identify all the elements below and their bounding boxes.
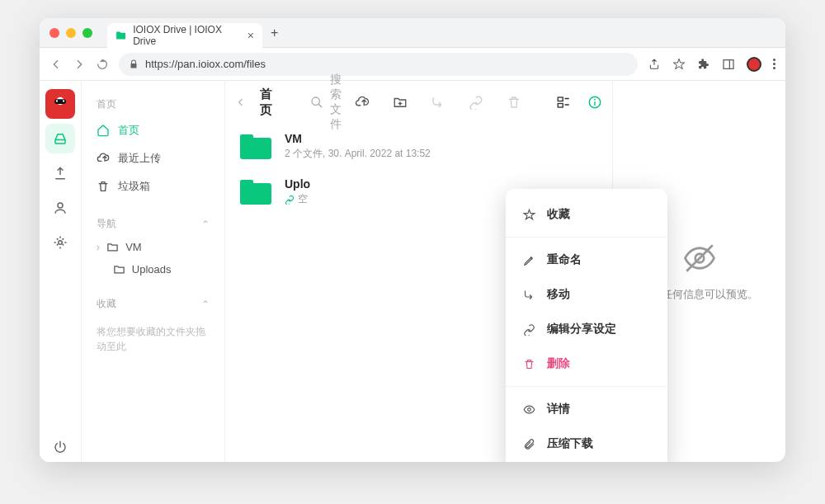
rail-upload-button[interactable] bbox=[45, 158, 75, 188]
tab-title: IOIOX Drive | IOIOX Drive bbox=[133, 24, 241, 47]
profile-avatar[interactable] bbox=[747, 57, 761, 72]
file-subtitle: 空 bbox=[285, 192, 310, 206]
link-button bbox=[469, 95, 483, 110]
svg-point-7 bbox=[58, 203, 63, 208]
star-icon bbox=[522, 209, 535, 221]
chevron-down-icon: ⌃ bbox=[201, 219, 210, 230]
file-name: Uplo bbox=[285, 177, 310, 191]
window-maximize-button[interactable] bbox=[82, 28, 92, 38]
nav-reload-button[interactable] bbox=[96, 58, 109, 71]
ctx-rename[interactable]: 重命名 bbox=[506, 243, 667, 277]
address-bar[interactable]: https://pan.ioiox.com/files bbox=[119, 53, 638, 76]
extensions-icon[interactable] bbox=[697, 58, 710, 71]
info-panel-button[interactable] bbox=[587, 95, 602, 110]
search-placeholder: 搜索文件 bbox=[330, 73, 342, 132]
svg-point-19 bbox=[594, 99, 596, 101]
new-tab-button[interactable]: + bbox=[271, 26, 278, 40]
share-icon[interactable] bbox=[648, 58, 661, 71]
folder-icon bbox=[106, 241, 119, 253]
ctx-zip[interactable]: 压缩下载 bbox=[506, 426, 667, 461]
browser-toolbar: https://pan.ioiox.com/files bbox=[40, 48, 785, 81]
sidebar-nav-vm[interactable]: › VM bbox=[90, 236, 216, 258]
sidebar-section-home: 首页 bbox=[90, 92, 216, 116]
eye-off-icon bbox=[682, 241, 717, 276]
chevron-right-icon: › bbox=[97, 241, 100, 253]
window-close-button[interactable] bbox=[50, 28, 59, 38]
upload-icon bbox=[97, 152, 110, 165]
move-icon bbox=[522, 289, 535, 301]
folder-icon bbox=[240, 180, 271, 205]
file-name: VM bbox=[285, 132, 431, 145]
svg-rect-0 bbox=[724, 59, 733, 68]
ctx-delete[interactable]: 删除 bbox=[506, 346, 667, 381]
move-button bbox=[431, 95, 446, 110]
sidebar: 首页 首页 最近上传 垃圾箱 导航⌃ › VM Uploads bbox=[82, 81, 225, 462]
bookmark-icon[interactable] bbox=[672, 58, 686, 71]
search-icon bbox=[310, 96, 323, 109]
sidebar-section-fav[interactable]: 收藏⌃ bbox=[90, 292, 216, 316]
sidebar-item-recent[interactable]: 最近上传 bbox=[90, 144, 216, 172]
rail-power-button[interactable] bbox=[45, 432, 75, 462]
breadcrumb-back-button[interactable] bbox=[235, 97, 247, 108]
ctx-move[interactable]: 移动 bbox=[506, 277, 667, 312]
sidebar-section-nav[interactable]: 导航⌃ bbox=[90, 212, 216, 236]
file-row[interactable]: VM 2 个文件, 30. April. 2022 at 13:52 bbox=[225, 124, 612, 169]
panel-icon[interactable] bbox=[722, 58, 735, 71]
ctx-share[interactable]: 编辑分享设定 bbox=[506, 312, 667, 346]
svg-line-10 bbox=[318, 104, 322, 107]
url-text: https://pan.ioiox.com/files bbox=[145, 58, 266, 70]
ctx-details[interactable]: 详情 bbox=[506, 392, 667, 426]
new-folder-button[interactable] bbox=[393, 95, 408, 110]
link-icon bbox=[522, 323, 535, 336]
cloud-upload-button[interactable] bbox=[355, 95, 370, 110]
trash-icon bbox=[522, 358, 535, 370]
folder-icon bbox=[240, 134, 271, 159]
browser-titlebar: IOIOX Drive | IOIOX Drive × + bbox=[40, 18, 785, 48]
shared-link-icon bbox=[285, 195, 295, 205]
folder-icon bbox=[113, 263, 125, 276]
file-subtitle: 2 个文件, 30. April. 2022 at 13:52 bbox=[285, 147, 431, 161]
tab-favicon bbox=[116, 30, 126, 41]
svg-point-4 bbox=[56, 100, 58, 101]
trash-icon bbox=[97, 180, 110, 193]
eye-icon bbox=[522, 403, 535, 416]
user-avatar[interactable] bbox=[45, 89, 75, 119]
ctx-favorite[interactable]: 收藏 bbox=[506, 197, 667, 232]
browser-menu-button[interactable] bbox=[773, 59, 776, 69]
tab-close-button[interactable]: × bbox=[248, 29, 254, 42]
rail-drive-button[interactable] bbox=[45, 124, 75, 153]
paperclip-icon bbox=[522, 438, 535, 450]
lock-icon bbox=[129, 59, 139, 69]
pencil-icon bbox=[522, 254, 535, 266]
nav-forward-button[interactable] bbox=[73, 58, 86, 71]
home-icon bbox=[97, 124, 110, 137]
svg-point-8 bbox=[59, 241, 63, 245]
icon-rail bbox=[40, 81, 82, 462]
context-menu: 收藏 重命名 移动 编辑分享设定 删除 详情 压缩下载 bbox=[506, 189, 667, 462]
page-title: 首页 bbox=[260, 87, 272, 118]
delete-button bbox=[507, 95, 521, 110]
layout-toggle-button[interactable] bbox=[556, 95, 571, 110]
svg-point-20 bbox=[527, 407, 530, 411]
rail-settings-button[interactable] bbox=[45, 228, 75, 257]
nav-back-button[interactable] bbox=[50, 58, 63, 71]
sidebar-fav-hint: 将您想要收藏的文件夹拖动至此 bbox=[90, 316, 216, 362]
sidebar-item-trash[interactable]: 垃圾箱 bbox=[90, 172, 216, 200]
svg-rect-13 bbox=[558, 97, 563, 101]
file-list-area: 首页 搜索文件 bbox=[225, 81, 612, 462]
chevron-down-icon: ⌃ bbox=[201, 299, 210, 310]
sidebar-item-home[interactable]: 首页 bbox=[90, 116, 216, 144]
sidebar-nav-uploads[interactable]: Uploads bbox=[90, 258, 216, 280]
svg-point-5 bbox=[63, 100, 64, 101]
rail-users-button[interactable] bbox=[45, 193, 75, 223]
svg-rect-14 bbox=[558, 104, 563, 108]
svg-point-9 bbox=[312, 97, 319, 105]
browser-tab[interactable]: IOIOX Drive | IOIOX Drive × bbox=[107, 23, 262, 48]
search-input[interactable]: 搜索文件 bbox=[310, 73, 342, 132]
window-minimize-button[interactable] bbox=[66, 28, 76, 38]
